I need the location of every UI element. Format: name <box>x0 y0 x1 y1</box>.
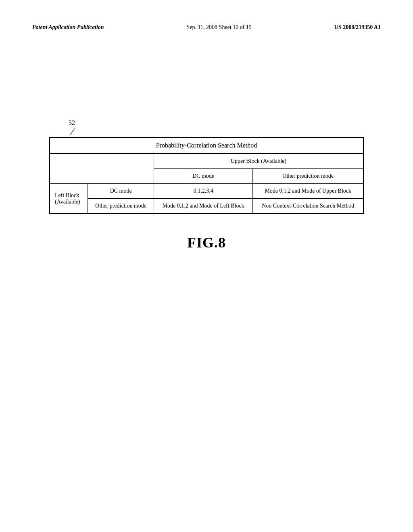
row2-col1: Other prediction mode <box>88 199 154 214</box>
header-date-sheet: Sep. 11, 2008 Sheet 10 of 19 <box>187 24 252 31</box>
reference-number-52: 52 <box>69 119 75 127</box>
left-block-sub: (Available) <box>55 199 80 205</box>
table-title: Probability-Correlation Search Method <box>50 138 363 154</box>
row1-col2: 0,1,2,3,4 <box>154 184 253 199</box>
sub-header-other-mode: Other prediction mode <box>253 169 363 184</box>
row2-col2: Mode 0,1,2 and Mode of Left Block <box>154 199 253 214</box>
left-block-cell: Left Block (Available) <box>50 184 88 214</box>
table-row-header1: Upper Block (Available) <box>50 154 363 169</box>
sub-header-dc-mode: DC mode <box>154 169 253 184</box>
row2-col3: Non Context-Correlation Search Method <box>253 199 363 214</box>
header-publication-label: Patent Application Publication <box>32 24 104 31</box>
row1-col3: Mode 0,1,2 and Mode of Upper Block <box>253 184 363 199</box>
left-block-label: Left Block <box>55 192 79 198</box>
content-area: 52 / Probability-Correlation Search Meth… <box>32 119 381 251</box>
page-header: Patent Application Publication Sep. 11, … <box>32 24 381 31</box>
upper-block-header: Upper Block (Available) <box>154 154 363 169</box>
header-patent-number: US 2008/219350 A1 <box>334 24 381 31</box>
figure-table: Probability-Correlation Search Method Up… <box>49 137 364 214</box>
row1-col1: DC mode <box>88 184 154 199</box>
reference-arrow: / <box>70 127 75 137</box>
table-row-data1: Left Block (Available) DC mode 0,1,2,3,4… <box>50 184 363 199</box>
reference-52-container: 52 / <box>69 119 75 137</box>
table-grid: Upper Block (Available) DC mode Other pr… <box>50 154 363 213</box>
table-row-data2: Other prediction mode Mode 0,1,2 and Mod… <box>50 199 363 214</box>
figure-caption: FIG.8 <box>187 234 226 251</box>
